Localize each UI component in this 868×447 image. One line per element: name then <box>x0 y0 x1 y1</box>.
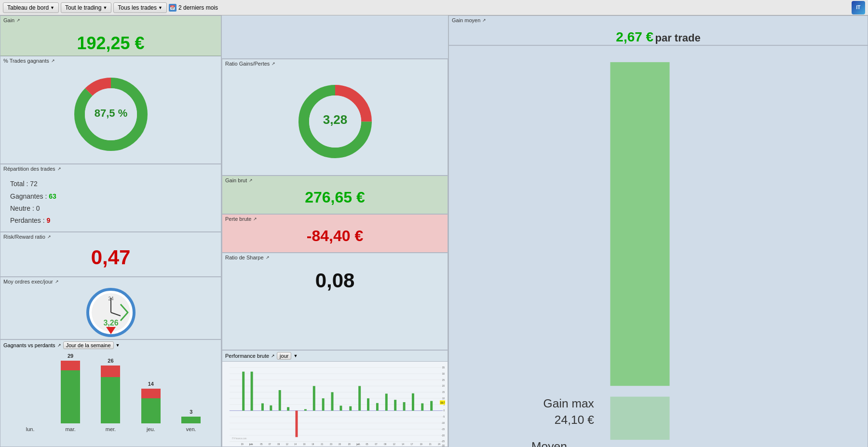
svg-text:12: 12 <box>393 442 395 446</box>
jour-semaine-button[interactable]: Jour de la semaine <box>63 341 114 349</box>
svg-text:-30: -30 <box>442 444 445 447</box>
svg-text:10: 10 <box>442 396 445 400</box>
bar-label-ven-top: 3 <box>190 409 192 415</box>
bar-group-mer: 26 mer. <box>101 358 120 432</box>
repartition-content: Total : 72 Gagnantes : 63 Neutre : 0 Per… <box>0 173 221 231</box>
bar-stack-mar <box>61 361 80 423</box>
ratio-expand-icon[interactable]: ↗ <box>271 61 275 66</box>
perte-brute-title: Perte brute <box>225 216 251 222</box>
repartition-expand-icon[interactable]: ↗ <box>57 166 61 171</box>
bar-stack-mer <box>101 366 120 423</box>
bar-red-mer <box>101 366 120 377</box>
winrate-expand-icon[interactable]: ↗ <box>51 58 55 63</box>
bar-stack-ven <box>181 417 201 423</box>
tableau-de-bord-button[interactable]: Tableau de bord ▼ <box>3 2 59 13</box>
perte-brute-panel: Perte brute ↗ -84,40 € <box>222 214 448 253</box>
date-range: 📅 2 derniers mois <box>169 4 218 12</box>
bar-axis-lun: lun. <box>26 426 35 432</box>
gain-brut-expand-icon[interactable]: ↗ <box>249 178 253 183</box>
main-content: Gain ↗ 192,25 € % Trades gagnants ↗ 87,5… <box>0 15 868 447</box>
bar-group-lun: lun. <box>21 421 40 432</box>
svg-rect-51 <box>304 409 307 410</box>
bar-group-mar: 29 mar. <box>61 353 80 432</box>
svg-text:28: 28 <box>348 442 351 446</box>
bar-axis-ven: ven. <box>186 426 196 432</box>
svg-text:-10: -10 <box>442 421 445 424</box>
svg-text:IT-Finance.com: IT-Finance.com <box>232 436 247 440</box>
gain-value: 192,25 € <box>0 25 221 54</box>
svg-rect-55 <box>339 406 342 410</box>
svg-text:12: 12 <box>286 442 288 446</box>
bar-axis-jeu: jeu. <box>147 426 155 432</box>
gain-moyen-header: Gain moyen ↗ <box>449 16 868 25</box>
jour-arrow-icon[interactable]: ▼ <box>116 343 120 348</box>
center-spacer-top <box>222 15 448 59</box>
risk-panel: Risk/Reward ratio ↗ 0,47 <box>0 232 221 277</box>
sharpe-header: Ratio de Sharpe ↗ <box>222 253 448 262</box>
winrate-header: % Trades gagnants ↗ <box>0 56 221 65</box>
ratio-title: Ratio Gains/Pertes <box>225 61 270 67</box>
neutre-label: Neutre <box>10 204 30 212</box>
clock-container: 24 3,26 <box>0 286 221 339</box>
svg-text:3,26: 3,26 <box>103 319 118 327</box>
svg-rect-62 <box>403 402 406 410</box>
gain-moyen-expand-icon[interactable]: ↗ <box>482 18 486 23</box>
svg-text:24: 24 <box>438 442 440 446</box>
trades-arrow-icon: ▼ <box>158 5 163 10</box>
svg-text:0: 0 <box>444 408 445 412</box>
svg-rect-91 <box>610 62 669 386</box>
moy-header: Moy ordres exec/jour ↗ <box>0 277 221 286</box>
sharpe-title: Ratio de Sharpe <box>225 255 264 260</box>
gain-header: Gain ↗ <box>0 16 221 25</box>
svg-rect-57 <box>358 386 361 410</box>
total-value: 72 <box>30 180 38 188</box>
svg-text:29: 29 <box>241 442 244 446</box>
winrate-donut-chart: 87,5 % <box>68 71 154 158</box>
tableau-arrow-icon: ▼ <box>50 5 54 10</box>
perf-jour-button[interactable]: jour <box>277 352 291 360</box>
gagnants-expand-icon[interactable]: ↗ <box>57 343 61 348</box>
svg-rect-56 <box>349 406 352 410</box>
bar-group-ven: 3 ven. <box>181 409 201 432</box>
svg-text:juin: juin <box>249 442 253 446</box>
gain-moyen-suffix: par trade <box>655 32 701 44</box>
perf-brute-header: Performance brute ↗ jour ▼ <box>222 351 448 362</box>
bar-label-mar-top: 29 <box>68 353 73 359</box>
trades-label: Tous les trades <box>118 4 157 11</box>
risk-expand-icon[interactable]: ↗ <box>47 234 51 239</box>
perf-brute-expand-icon[interactable]: ↗ <box>271 353 275 358</box>
sharpe-expand-icon[interactable]: ↗ <box>266 255 270 260</box>
gain-expand-icon[interactable]: ↗ <box>16 18 20 23</box>
perf-jour-arrow-icon[interactable]: ▼ <box>293 353 298 358</box>
moy-expand-icon[interactable]: ↗ <box>55 279 59 284</box>
svg-text:-15: -15 <box>442 427 445 431</box>
gain-title: Gain <box>3 17 14 23</box>
logo-button[interactable]: IT <box>852 1 865 14</box>
svg-text:26: 26 <box>339 442 341 446</box>
trades-filter-button[interactable]: Tous les trades ▼ <box>113 2 167 13</box>
gagnantes-colon: : <box>45 192 49 200</box>
bar-group-jeu: 14 jeu. <box>141 381 161 432</box>
svg-text:20: 20 <box>442 384 445 387</box>
perte-brute-expand-icon[interactable]: ↗ <box>253 217 257 221</box>
svg-rect-64 <box>421 403 423 410</box>
sharpe-value: 0,08 <box>222 262 448 292</box>
gain-moyen-chart-panel: Gain max 24,10 € Moyen 4,39 € Moyenne -9… <box>448 45 868 447</box>
bar-stack-jeu <box>141 389 161 423</box>
gagnants-title: Gagnants vs perdants <box>3 342 55 348</box>
gain-brut-value: 276,65 € <box>222 185 448 206</box>
svg-rect-45 <box>251 371 253 410</box>
perf-chart-container: 35 30 25 20 15 10 5 0 -5 -10 -15 -20 -25… <box>222 362 448 447</box>
svg-rect-96 <box>610 397 669 440</box>
clock-icon: 24 3,26 <box>84 286 137 339</box>
svg-text:87,5 %: 87,5 % <box>94 107 127 119</box>
svg-rect-61 <box>394 400 396 411</box>
perte-brute-header: Perte brute ↗ <box>222 215 448 223</box>
gain-moyen-bar-chart-svg: Gain max 24,10 € Moyen 4,39 € Moyenne -9… <box>454 51 853 447</box>
svg-text:09: 09 <box>277 442 280 446</box>
sharpe-panel: Ratio de Sharpe ↗ 0,08 <box>222 253 448 350</box>
total-row: Total : 72 <box>10 178 211 190</box>
center-column: Ratio Gains/Pertes ↗ 3,28 Gain brut ↗ <box>222 15 448 447</box>
trading-filter-button[interactable]: Tout le trading ▼ <box>61 2 111 13</box>
svg-text:05: 05 <box>366 442 368 446</box>
